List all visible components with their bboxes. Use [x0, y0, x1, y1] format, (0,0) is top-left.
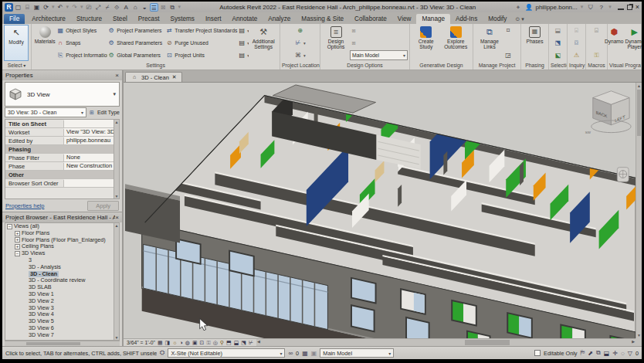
- minimize-button[interactable]: [618, 5, 624, 10]
- tree-item-3d-slab[interactable]: 3D SLAB: [5, 284, 119, 291]
- switch-windows-icon[interactable]: ⧉: [168, 3, 177, 12]
- project-information-button[interactable]: ⎘Project Information: [56, 50, 107, 60]
- type-selector[interactable]: 3D View ▾: [5, 82, 120, 107]
- synchronize-icon[interactable]: ⟳: [42, 3, 50, 12]
- select-by-face-icon[interactable]: ◌: [621, 350, 625, 357]
- shadows-icon[interactable]: ◑: [180, 339, 183, 346]
- dynamo-button[interactable]: ⬢ Dynamo: [604, 25, 625, 61]
- tree-item-3[interactable]: 3: [5, 257, 119, 264]
- sun-path-icon[interactable]: ☼: [172, 339, 177, 346]
- temporary-hide-icon[interactable]: ◎: [213, 339, 218, 346]
- purge-unused-button[interactable]: ⊘Purge Unused: [165, 38, 238, 48]
- active-design-option-status-dropdown[interactable]: Main Model: [320, 348, 394, 358]
- tab-view[interactable]: View: [392, 14, 417, 24]
- help-dropdown[interactable]: ▾: [608, 4, 612, 10]
- measure-icon[interactable]: ⤢: [94, 3, 103, 12]
- mep-settings-dropdown[interactable]: ▤▾: [238, 38, 249, 48]
- browser-hscrollbar[interactable]: [5, 341, 120, 346]
- position-dropdown[interactable]: ⌘▾: [294, 50, 306, 60]
- dynamo-player-button[interactable]: ▶ Dynamo Player: [625, 25, 642, 61]
- new-icon[interactable]: ▢: [14, 3, 22, 12]
- scroll-up-icon[interactable]: ▲: [636, 83, 642, 89]
- prop-section-other[interactable]: Other: [5, 171, 114, 179]
- temporary-properties-icon[interactable]: ⬓: [234, 339, 239, 346]
- macro-security-button[interactable]: ⚿: [593, 50, 601, 60]
- tab-massing-site[interactable]: Massing & Site: [296, 14, 349, 24]
- tree-item-3d-view-5[interactable]: 3D View 5: [5, 318, 119, 325]
- default-3d-view-icon[interactable]: ⌂: [131, 3, 140, 12]
- prop-section-phasing[interactable]: Phasing: [5, 145, 114, 154]
- global-parameters-button[interactable]: ⚙Global Parameters: [107, 50, 165, 60]
- tree-item-3d-view-7[interactable]: 3D View 7: [5, 332, 119, 339]
- tab-manage[interactable]: Manage: [416, 14, 450, 24]
- tab-precast[interactable]: Precast: [133, 14, 165, 24]
- signed-in-user[interactable]: philippe.bonn...: [535, 4, 577, 11]
- open-icon[interactable]: ⌸: [23, 3, 32, 12]
- tab-steel[interactable]: Steel: [107, 14, 133, 24]
- project-units-button[interactable]: ⊡Project Units: [165, 50, 238, 60]
- decal-types-button[interactable]: ◲: [504, 50, 512, 60]
- filter-icon[interactable]: ▽: [628, 350, 632, 357]
- project-browser-header[interactable]: Project Browser - East Residence Hall - …: [2, 212, 122, 222]
- project-parameters-button[interactable]: ⚙Project Parameters: [107, 25, 165, 36]
- canvas-hscrollbar[interactable]: ◀ ▶: [256, 338, 636, 346]
- viewcube[interactable]: BACK LEFT SW: [585, 91, 631, 134]
- tree-item-3d-view-6[interactable]: 3D View 6: [5, 325, 119, 332]
- prop-value[interactable]: New Construction: [64, 162, 114, 170]
- prop-value[interactable]: philippe.bonneau: [64, 137, 114, 144]
- ribbon-options-dropdown[interactable]: ⊙ ▾: [512, 15, 527, 24]
- navigation-wheel-icon[interactable]: [617, 168, 629, 182]
- active-workset-dropdown[interactable]: X-Site (Not Editable): [168, 348, 285, 358]
- detail-level-icon[interactable]: ▦: [158, 339, 163, 346]
- select-by-id-button[interactable]: ⌼: [573, 38, 581, 48]
- close-button[interactable]: ×: [636, 4, 639, 10]
- snaps-button[interactable]: ∩Snaps: [56, 38, 107, 48]
- design-options-button[interactable]: ☰ Design Options: [322, 25, 350, 61]
- tree-item-3d-view-1[interactable]: 3D View 1: [5, 291, 119, 298]
- crop-region-icon[interactable]: ⊡: [200, 339, 205, 346]
- worksharing-display-icon[interactable]: ⬒: [226, 339, 232, 346]
- load-selection-button[interactable]: ⬔: [554, 38, 562, 48]
- tree-item-3d-analysis[interactable]: 3D - Analysis: [5, 264, 119, 271]
- revit-logo-icon[interactable]: R: [5, 3, 13, 12]
- select-underlay-icon[interactable]: ⬓: [604, 350, 610, 357]
- highlight-displacement-icon[interactable]: ⬔: [241, 339, 246, 346]
- tag-icon[interactable]: ⟐: [113, 3, 121, 12]
- location-button[interactable]: ⊕: [297, 25, 304, 36]
- editable-only-checkbox[interactable]: [534, 350, 541, 356]
- tree-item-3d-view-2[interactable]: 3D View 2: [5, 298, 119, 305]
- reveal-constraints-icon[interactable]: ⊬: [249, 339, 253, 346]
- close-hidden-windows-icon[interactable]: ⊠: [159, 3, 168, 12]
- tab-annotate[interactable]: Annotate: [226, 14, 263, 24]
- edit-type-button[interactable]: ⊞ Edit Type: [88, 109, 120, 117]
- undo-icon[interactable]: ↶: [56, 3, 65, 12]
- properties-close-icon[interactable]: ×: [115, 72, 119, 79]
- properties-header[interactable]: Properties ×: [2, 70, 122, 80]
- prop-value[interactable]: None: [64, 154, 114, 161]
- scroll-down-icon[interactable]: ▼: [636, 332, 642, 338]
- tab-file[interactable]: File: [4, 14, 25, 24]
- worksets-icon[interactable]: ⛭: [160, 349, 164, 357]
- canvas-vscrollbar[interactable]: ▲ ▼: [636, 83, 642, 338]
- scroll-left-icon[interactable]: ◀: [257, 339, 260, 344]
- browser-vscrollbar[interactable]: ▲▼: [114, 223, 119, 340]
- save-icon[interactable]: ▣: [32, 3, 41, 12]
- aligned-dimension-icon[interactable]: ⌿: [103, 3, 112, 12]
- tab-systems[interactable]: Systems: [165, 14, 200, 24]
- phases-button[interactable]: ▦ Phases: [523, 25, 547, 61]
- apply-button[interactable]: Apply: [87, 201, 119, 211]
- app-store-cart-icon[interactable]: ⛉: [586, 3, 595, 12]
- exclude-options-icon[interactable]: ⛿: [581, 349, 585, 357]
- text-icon[interactable]: A: [122, 3, 130, 12]
- undo-dropdown[interactable]: ▾: [66, 4, 70, 10]
- structural-settings-dropdown[interactable]: ▤▾: [238, 25, 249, 36]
- edit-selection-button[interactable]: ⬕: [554, 50, 562, 60]
- panel-schedule-dropdown[interactable]: ▤▾: [238, 50, 249, 60]
- print-icon[interactable]: ⎚: [85, 3, 93, 12]
- manage-links-button[interactable]: ⧉ Manage Links: [475, 25, 504, 61]
- sync-dropdown[interactable]: ▾: [51, 4, 56, 10]
- section-icon[interactable]: ◒: [141, 3, 149, 12]
- manage-collaboration-icon[interactable]: ▦: [302, 350, 308, 357]
- tab-collaborate[interactable]: Collaborate: [349, 14, 392, 24]
- create-study-button[interactable]: Create Study: [412, 25, 441, 61]
